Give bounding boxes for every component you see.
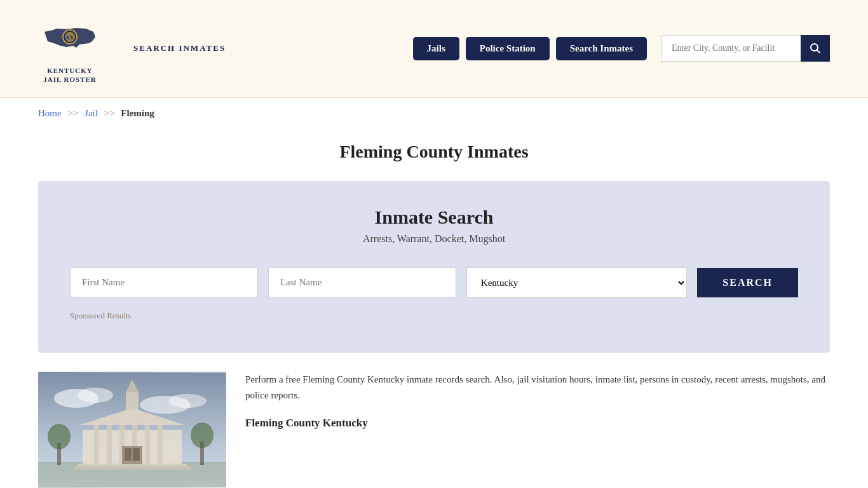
header-search-button[interactable] [801,35,830,62]
logo-text: KENTUCKY JAIL ROSTER [43,66,96,85]
svg-point-10 [168,394,207,408]
header-search-input[interactable] [661,35,801,62]
svg-rect-26 [73,466,191,470]
content-section: Perform a free Fleming County Kentucky i… [38,372,830,488]
svg-rect-14 [107,425,112,465]
svg-point-28 [48,424,71,449]
svg-rect-18 [158,425,163,465]
logo-area: KY KENTUCKY JAIL ROSTER [38,13,102,85]
search-panel-title: Inmate Search [70,207,798,228]
breadcrumb-current: Fleming [121,108,154,118]
svg-rect-23 [125,448,132,461]
search-form-row: AlabamaAlaskaArizonaArkansasCaliforniaCo… [70,268,798,298]
breadcrumb-jail-link[interactable]: Jail [85,108,98,118]
last-name-input[interactable] [268,268,456,297]
nav-buttons: Jails Police Station Search Inmates [413,35,830,62]
search-icon [810,43,821,54]
logo-image: KY [38,13,102,64]
first-name-input[interactable] [70,268,258,297]
site-title: SEARCH INMATES [133,43,226,53]
jails-nav-button[interactable]: Jails [413,37,459,60]
search-submit-button[interactable]: SEARCH [697,268,798,297]
svg-point-8 [78,388,113,403]
breadcrumb-bar: Home >> Jail >> Fleming [0,98,868,129]
content-text: Perform a free Fleming County Kentucky i… [245,372,830,488]
svg-line-5 [817,50,820,53]
header-search-wrapper [661,35,830,62]
sponsored-label: Sponsored Results [70,311,798,321]
content-subheading: Fleming County Kentucky [245,414,830,433]
police-station-nav-button[interactable]: Police Station [466,37,550,60]
page-title-section: Fleming County Inmates [0,129,868,181]
page-title: Fleming County Inmates [38,142,830,162]
content-description: Perform a free Fleming County Kentucky i… [245,372,830,404]
breadcrumb: Home >> Jail >> Fleming [38,108,830,119]
svg-text:KY: KY [66,35,74,41]
courthouse-image [38,372,226,488]
courthouse-svg [38,372,226,488]
breadcrumb-sep2: >> [104,108,115,118]
site-header: KY KENTUCKY JAIL ROSTER SEARCH INMATES J… [0,0,868,98]
svg-rect-13 [94,425,99,465]
svg-point-30 [191,423,214,448]
state-select[interactable]: AlabamaAlaskaArizonaArkansasCaliforniaCo… [466,268,688,298]
svg-rect-20 [126,392,139,410]
breadcrumb-home-link[interactable]: Home [38,108,62,118]
svg-rect-24 [133,448,140,461]
svg-rect-17 [145,425,150,465]
breadcrumb-sep1: >> [67,108,78,118]
search-panel: Inmate Search Arrests, Warrant, Docket, … [38,181,830,353]
search-panel-subtitle: Arrests, Warrant, Docket, Mugshot [70,233,798,245]
search-inmates-nav-button[interactable]: Search Inmates [556,37,647,60]
